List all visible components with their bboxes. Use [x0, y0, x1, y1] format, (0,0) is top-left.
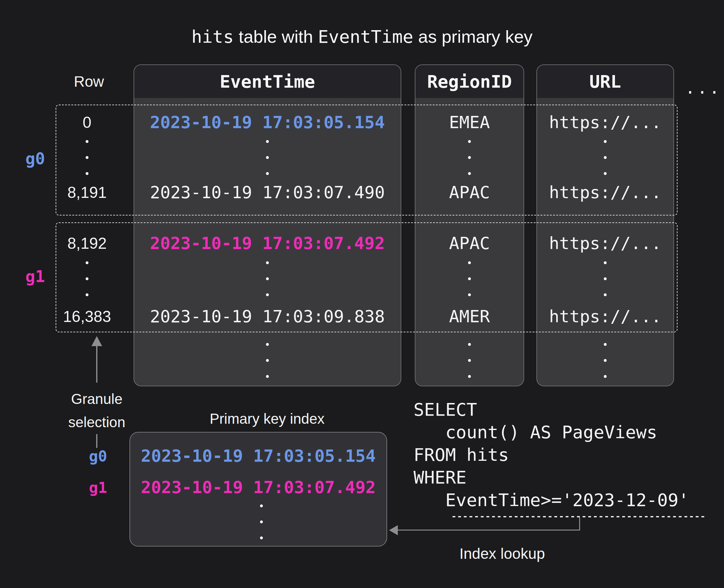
- column-header-eventtime: EventTime: [134, 65, 401, 98]
- ellipsis-vertical: [468, 343, 471, 378]
- title-text-1: table with: [234, 27, 318, 46]
- ellipsis-vertical: [260, 504, 263, 539]
- eventtime-value: 2023-10-19 17:03:07.492: [150, 235, 385, 252]
- ellipsis-vertical: [604, 343, 607, 378]
- row-number: 0: [83, 114, 91, 130]
- eventtime-value: 2023-10-19 17:03:09.838: [150, 308, 385, 325]
- column-header-regionid: RegionID: [415, 65, 523, 98]
- url-value: https://...: [549, 184, 661, 201]
- diagram-title: hits table with EventTime as primary key: [0, 26, 724, 47]
- index-g0-value: 2023-10-19 17:03:05.154: [141, 447, 376, 465]
- more-columns-ellipsis: ...: [685, 78, 722, 98]
- sql-query: SELECT count() AS PageViews FROM hits WH…: [414, 398, 689, 511]
- url-value: https://...: [549, 114, 661, 131]
- index-lookup-label: Index lookup: [459, 545, 545, 562]
- eventtime-value: 2023-10-19 17:03:07.490: [150, 184, 385, 201]
- ellipsis-vertical: [468, 261, 471, 296]
- granule-selection-label-line1: Granule: [71, 391, 123, 407]
- column-header-row: Row: [74, 73, 104, 90]
- row-number: 16,383: [63, 309, 111, 324]
- ellipsis-vertical: [468, 140, 471, 175]
- title-eventtime-code: EventTime: [318, 26, 413, 47]
- arrow-shaft: [96, 345, 98, 383]
- regionid-value: APAC: [449, 184, 490, 201]
- ellipsis-vertical: [604, 140, 607, 175]
- ellipsis-vertical: [266, 343, 269, 378]
- diagram-canvas: hits table with EventTime as primary key…: [0, 0, 724, 588]
- ellipsis-vertical: [86, 261, 89, 296]
- arrow-shaft: [96, 434, 98, 448]
- url-value: https://...: [549, 308, 661, 325]
- url-value: https://...: [549, 235, 661, 252]
- granule-selection-label-line2: selection: [68, 414, 125, 430]
- granule-g0-label: g0: [25, 149, 45, 168]
- title-text-2: as primary key: [413, 27, 533, 46]
- index-lookup-connector-vertical: [579, 517, 580, 530]
- arrow-left-icon: [389, 525, 398, 535]
- ellipsis-vertical: [86, 140, 89, 175]
- regionid-value: EMEA: [449, 114, 490, 131]
- index-g0-label: g0: [89, 447, 107, 465]
- row-number: 8,191: [67, 185, 106, 201]
- primary-key-index-title: Primary key index: [210, 410, 325, 427]
- index-g1-label: g1: [89, 479, 107, 496]
- index-lookup-connector-horizontal: [397, 530, 580, 530]
- column-header-url: URL: [537, 65, 674, 98]
- title-hits-code: hits: [191, 26, 234, 47]
- arrow-up-icon: [91, 336, 102, 346]
- ellipsis-vertical: [604, 261, 607, 296]
- ellipsis-vertical: [266, 140, 269, 175]
- regionid-value: AMER: [449, 308, 490, 325]
- granule-g1-label: g1: [25, 267, 45, 286]
- ellipsis-vertical: [266, 261, 269, 296]
- eventtime-value: 2023-10-19 17:03:05.154: [150, 114, 385, 131]
- regionid-value: APAC: [449, 235, 490, 252]
- row-number: 8,192: [67, 236, 106, 251]
- index-g1-value: 2023-10-19 17:03:07.492: [141, 479, 376, 496]
